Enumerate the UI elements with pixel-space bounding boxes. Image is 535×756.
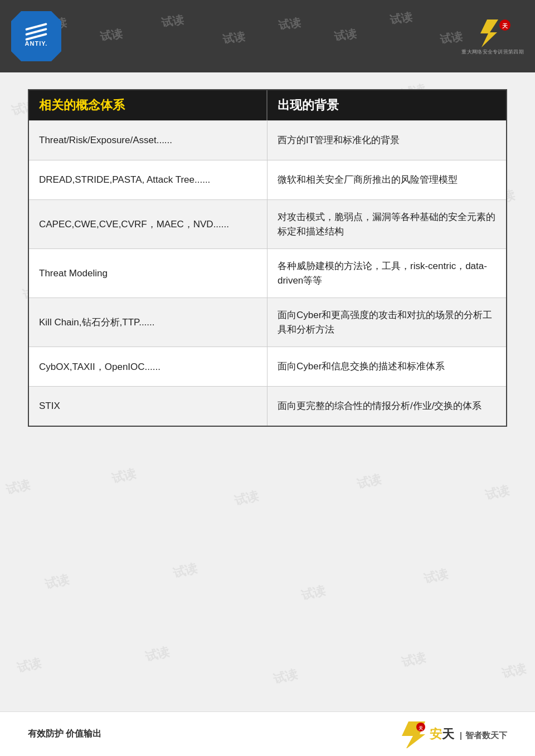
table-body: Threat/Risk/Exposure/Asset...... 西方的IT管理… bbox=[29, 120, 506, 426]
cell-right-3: 各种威胁建模的方法论，工具，risk-centric，data-driven等等 bbox=[268, 249, 506, 297]
cell-left-1: DREAD,STRIDE,PASTA, Attack Tree...... bbox=[29, 160, 268, 199]
table-row: CybOX,TAXII，OpenIOC...... 面向Cyber和信息交换的描… bbox=[29, 347, 506, 386]
cell-right-6: 面向更完整的综合性的情报分析/作业/交换的体系 bbox=[268, 387, 506, 426]
body-watermark-33: 试读 bbox=[500, 660, 528, 682]
header-watermarks: 试读 试读 试读 试读 试读 试读 试读 试读 bbox=[0, 0, 535, 72]
antiy-right-logo-svg: 天 bbox=[470, 17, 515, 47]
antiy-logo: ANTIY. bbox=[11, 11, 61, 61]
h-watermark-5: 试读 bbox=[278, 15, 302, 34]
col-left-header-text: 相关的概念体系 bbox=[39, 97, 125, 114]
cell-left-0: Threat/Risk/Exposure/Asset...... bbox=[29, 121, 268, 160]
body-watermark-26: 试读 bbox=[171, 560, 199, 582]
header-badge-bottom: 重大网络安全专训营第四期 bbox=[461, 48, 524, 56]
footer-logo-name: 安天 | 智者数天下 bbox=[430, 726, 507, 743]
header: ANTIY. 试读 试读 试读 试读 试读 试读 试读 试读 天 重大网络安全专… bbox=[0, 0, 535, 72]
footer-logo-icon: 天 bbox=[397, 720, 425, 748]
logo-lines bbox=[25, 26, 47, 38]
cell-left-6: STIX bbox=[29, 387, 268, 426]
main-content: 相关的概念体系 出现的背景 Threat/Risk/Exposure/Asset… bbox=[28, 89, 507, 427]
body-watermark-30: 试读 bbox=[143, 643, 171, 666]
body-watermark-25: 试读 bbox=[43, 571, 71, 593]
svg-marker-0 bbox=[480, 19, 498, 47]
cell-left-4: Kill Chain,钻石分析,TTP...... bbox=[29, 298, 268, 347]
body-watermark-23: 试读 bbox=[355, 471, 383, 493]
body-watermark-22: 试读 bbox=[232, 487, 260, 510]
footer-logo-name-wrapper: 安天 | 智者数天下 bbox=[430, 726, 507, 743]
col-right-header: 出现的背景 bbox=[268, 90, 506, 120]
footer-text: 有效防护 价值输出 bbox=[28, 728, 101, 740]
footer-logo-sub: 智者数天下 bbox=[465, 730, 507, 740]
table-row: Threat Modeling 各种威胁建模的方法论，工具，risk-centr… bbox=[29, 248, 506, 297]
body-watermark-31: 试读 bbox=[271, 666, 299, 688]
svg-text:天: 天 bbox=[418, 726, 424, 731]
svg-text:天: 天 bbox=[502, 23, 508, 29]
concept-table: 相关的概念体系 出现的背景 Threat/Risk/Exposure/Asset… bbox=[28, 89, 507, 427]
cell-right-1: 微软和相关安全厂商所推出的风险管理模型 bbox=[268, 160, 506, 199]
col-right-header-text: 出现的背景 bbox=[278, 97, 339, 114]
cell-left-5: CybOX,TAXII，OpenIOC...... bbox=[29, 347, 268, 386]
table-row: Kill Chain,钻石分析,TTP...... 面向Cyber和更高强度的攻… bbox=[29, 297, 506, 347]
h-watermark-7: 试读 bbox=[389, 9, 414, 28]
table-row: CAPEC,CWE,CVE,CVRF，MAEC，NVD...... 对攻击模式，… bbox=[29, 199, 506, 248]
body-watermark-28: 试读 bbox=[422, 565, 450, 588]
cell-right-4: 面向Cyber和更高强度的攻击和对抗的场景的分析工具和分析方法 bbox=[268, 298, 506, 347]
table-row: Threat/Risk/Exposure/Asset...... 西方的IT管理… bbox=[29, 120, 506, 160]
cell-right-2: 对攻击模式，脆弱点，漏洞等各种基础的安全元素的标定和描述结构 bbox=[268, 200, 506, 248]
table-row: STIX 面向更完整的综合性的情报分析/作业/交换的体系 bbox=[29, 386, 506, 426]
h-watermark-2: 试读 bbox=[99, 26, 124, 45]
footer: 有效防护 价值输出 天 安天 | 智者数天下 bbox=[0, 711, 535, 756]
col-left-header: 相关的概念体系 bbox=[29, 90, 268, 120]
header-right-badge: 天 重大网络安全专训营第四期 bbox=[461, 17, 524, 56]
body-watermark-32: 试读 bbox=[400, 649, 427, 671]
cell-left-3: Threat Modeling bbox=[29, 249, 268, 297]
table-row: DREAD,STRIDE,PASTA, Attack Tree...... 微软… bbox=[29, 160, 506, 199]
footer-logo: 天 安天 | 智者数天下 bbox=[397, 720, 507, 748]
logo-text: ANTIY. bbox=[25, 40, 48, 47]
h-watermark-6: 试读 bbox=[333, 26, 358, 45]
body-watermark-20: 试读 bbox=[4, 476, 32, 499]
h-watermark-3: 试读 bbox=[160, 12, 185, 31]
cell-left-2: CAPEC,CWE,CVE,CVRF，MAEC，NVD...... bbox=[29, 200, 268, 248]
h-watermark-4: 试读 bbox=[222, 29, 246, 48]
body-watermark-21: 试读 bbox=[110, 465, 138, 487]
body-watermark-29: 试读 bbox=[15, 655, 43, 677]
body-watermark-27: 试读 bbox=[299, 582, 327, 604]
body-watermark-24: 试读 bbox=[483, 482, 511, 504]
cell-right-5: 面向Cyber和信息交换的描述和标准体系 bbox=[268, 347, 506, 386]
table-header-row: 相关的概念体系 出现的背景 bbox=[29, 90, 506, 120]
cell-right-0: 西方的IT管理和标准化的背景 bbox=[268, 121, 506, 160]
h-watermark-8: 试读 bbox=[439, 29, 464, 48]
